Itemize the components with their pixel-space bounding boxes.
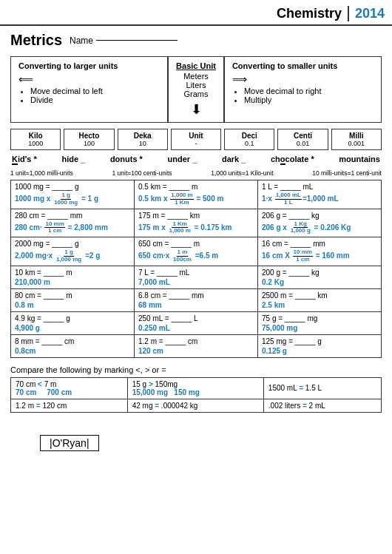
equivalents-row: 1 unit=1,000 milli-units 1 unit=100 cent… xyxy=(10,169,382,177)
problem-cell: 175 m = _____ km 175 m x 1 Km1,000 m = 0… xyxy=(135,209,258,237)
problem-cell: 75 g = _____ mg 75,000 mg xyxy=(258,311,382,334)
convert-smaller-item2: Multiply xyxy=(244,95,374,104)
problems-table: 1000 mg = _____ g 1000 mg x 1 g1000 mg =… xyxy=(10,180,382,358)
name-label: Name xyxy=(70,36,93,46)
basic-unit-box: Basic Unit Meters Liters Grams ⬇ xyxy=(168,56,224,123)
units-row: Kilo 1000 Hecto 100 Deka 10 Unit - Deci … xyxy=(10,129,382,150)
problem-cell: 10 km = _____ m 210,000 m xyxy=(11,266,135,288)
problem-cell: 2500 m = _____ km 2.5 km xyxy=(258,288,382,311)
compare-cell: .002 liters = 2 mL xyxy=(263,399,381,412)
unit-base: Unit - xyxy=(171,129,221,150)
convert-smaller-list: Move decimal to right Multiply xyxy=(232,87,374,104)
mnemo-chocolate: chocolate * xyxy=(271,155,314,163)
mnemo-dark: dark _ xyxy=(222,155,246,163)
compare-cell: 70 cm < 7 m 70 cm 700 cm xyxy=(11,377,128,399)
convert-larger-list: Move decimal to left Divide xyxy=(18,87,160,104)
convert-larger-item2: Divide xyxy=(30,95,160,104)
basic-unit-liters: Liters xyxy=(186,81,206,89)
arrow-right-icon: ⟹ xyxy=(232,73,374,85)
problem-cell: 8 mm = _____ cm 0.8cm xyxy=(11,334,135,357)
compare-cell: 42 mg = .000042 kg xyxy=(127,399,263,412)
unit-kilo: Kilo 1000 xyxy=(10,129,61,150)
compare-cell: 15 g > 150mg 15,000 mg 150 mg xyxy=(127,377,263,399)
table-row: 2000 mg = _____ g 2,000 mg·x 1 g1,000 mg… xyxy=(11,237,382,266)
mnemo-mountains: mountains xyxy=(339,155,380,163)
mnemo-under: under _ xyxy=(168,155,197,163)
table-row: 280 cm = _____ mm 280 cm· 10 mm1 cm = 2,… xyxy=(11,209,382,237)
arrow-left-icon: ⟸ xyxy=(18,73,160,85)
mnemo-donuts: donuts * xyxy=(110,155,143,163)
problem-cell: 0.5 km = _____ m 0.5 km x 1,000 m1 Km = … xyxy=(135,180,258,209)
problem-cell: 125 mg = _____ g 0.125 g xyxy=(258,334,382,357)
mnemo-kids: Kid's * xyxy=(12,155,37,163)
unit-milli: Milli 0.001 xyxy=(331,129,382,150)
compare-cell: 1.2 m = 120 cm xyxy=(11,399,128,412)
name-line xyxy=(96,40,178,41)
convert-smaller-box: Converting to smaller units ⟹ Move decim… xyxy=(224,56,382,123)
problem-cell: 6.8 cm = _____ mm 68 mm xyxy=(135,288,258,311)
convert-larger-box: Converting to larger units ⟸ Move decima… xyxy=(10,56,168,123)
page-year: 2014 xyxy=(355,6,385,21)
problem-cell: 7 L = _____ mL 7,000 mL xyxy=(135,266,258,288)
table-row: 10 km = _____ m 210,000 m 7 L = _____ mL… xyxy=(11,266,382,288)
equiv-2: 1 unit=100 centi-units xyxy=(112,169,172,177)
page-header: Chemistry 2014 xyxy=(0,0,392,26)
problem-cell: 280 cm = _____ mm 280 cm· 10 mm1 cm = 2,… xyxy=(11,209,135,237)
compare-table: 70 cm < 7 m 70 cm 700 cm 15 g > 150mg 15… xyxy=(10,377,382,413)
metrics-title: Metrics xyxy=(10,32,62,49)
compare-row: 1.2 m = 120 cm 42 mg = .000042 kg .002 l… xyxy=(11,399,382,412)
problem-cell: 1000 mg = _____ g 1000 mg x 1 g1000 mg =… xyxy=(11,180,135,209)
unit-deci: Deci 0.1 xyxy=(224,129,274,150)
problem-cell: 250 mL = _____ L 0.250 mL xyxy=(135,311,258,334)
basic-unit-grams: Grams xyxy=(184,89,209,98)
problem-cell: 2000 mg = _____ g 2,000 mg·x 1 g1,000 mg… xyxy=(11,237,135,266)
basic-unit-meters: Meters xyxy=(183,72,209,81)
mnemo-hide: hide _ xyxy=(61,155,85,163)
problem-cell: 1.2 m = _____ cm 120 cm xyxy=(135,334,258,357)
table-row: 4.9 kg = _____ g 4,900 g 250 mL = _____ … xyxy=(11,311,382,334)
compare-title: Compare the following by marking <, > or… xyxy=(10,365,382,374)
convert-smaller-title: Converting to smaller units xyxy=(232,61,374,70)
metrics-header: Metrics Name xyxy=(10,32,382,49)
convert-larger-item1: Move decimal to left xyxy=(30,87,160,95)
problem-cell: 16 cm = _____ mm 16 cm X 10 mm1 cm = 160… xyxy=(258,237,382,266)
equiv-4: 10 milli-units=1 centi-unit xyxy=(312,169,382,177)
compare-cell: 1500 mL = 1.5 L xyxy=(263,377,381,399)
problem-cell: 80 cm = _____ m 0.8 m xyxy=(11,288,135,311)
problem-cell: 206 g = _____ kg 206 g x 1 Kg1,000 g = 0… xyxy=(258,209,382,237)
equiv-1: 1 unit=1,000 milli-units xyxy=(10,169,73,177)
converting-row: Converting to larger units ⟸ Move decima… xyxy=(10,56,382,123)
table-row: 1000 mg = _____ g 1000 mg x 1 g1000 mg =… xyxy=(11,180,382,209)
problem-cell: 650 cm = _____ m 650 cm·x 1 m100cm =6.5 … xyxy=(135,237,258,266)
convert-smaller-item1: Move decimal to right xyxy=(244,87,374,95)
unit-deka: Deka 10 xyxy=(118,129,168,150)
equiv-3: 1,000 units=1 Kilo-unit xyxy=(211,169,273,177)
basic-unit-title: Basic Unit xyxy=(176,61,216,70)
mnemonic-row: Kid's * hide _ donuts * under _ dark _ c… xyxy=(10,155,382,163)
problem-cell: 4.9 kg = _____ g 4,900 g xyxy=(11,311,135,334)
compare-section: Compare the following by marking <, > or… xyxy=(10,365,382,413)
table-row: 80 cm = _____ m 0.8 m 6.8 cm = _____ mm … xyxy=(11,288,382,311)
unit-hecto: Hecto 100 xyxy=(64,129,114,150)
table-row: 8 mm = _____ cm 0.8cm 1.2 m = _____ cm 1… xyxy=(11,334,382,357)
page-title: Chemistry xyxy=(277,6,349,21)
convert-larger-title: Converting to larger units xyxy=(18,61,160,70)
signature: |O'Ryan| xyxy=(40,435,99,451)
problem-cell: 1 L = _____ mL 1·x 1,000 mL1 L=1,000 mL xyxy=(258,180,382,209)
main-content: Metrics Name Converting to larger units … xyxy=(0,32,392,459)
problem-cell: 200 g = _____ kg 0.2 Kg xyxy=(258,266,382,288)
arrow-down-icon: ⬇ xyxy=(191,101,202,118)
unit-centi: Centi 0.01 xyxy=(277,129,328,150)
compare-row: 70 cm < 7 m 70 cm 700 cm 15 g > 150mg 15… xyxy=(11,377,382,399)
signature-area: |O'Ryan| xyxy=(10,423,382,451)
